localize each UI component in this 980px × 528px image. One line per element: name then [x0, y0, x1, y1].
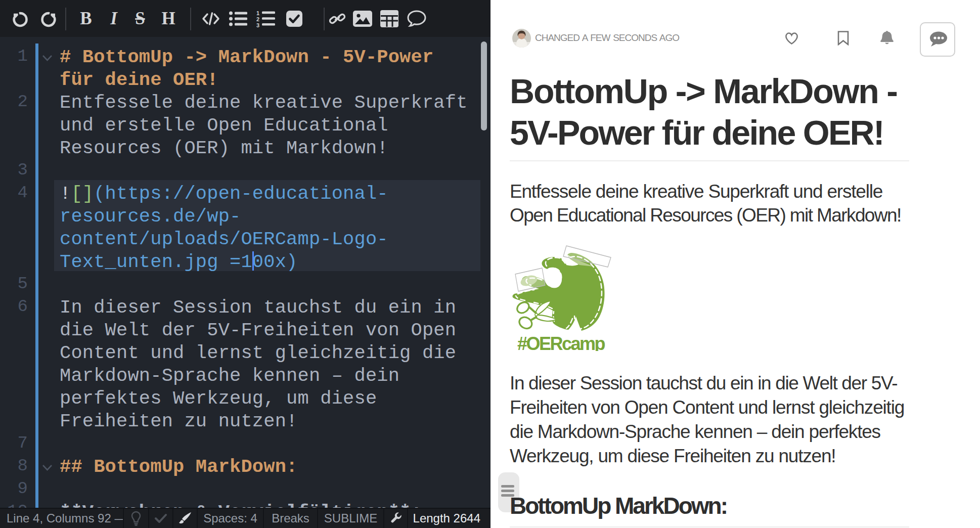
svg-text:1: 1 [256, 10, 259, 16]
svg-text:3: 3 [256, 22, 259, 27]
svg-text:#OERcamp: #OERcamp [517, 333, 605, 351]
svg-text:2: 2 [256, 16, 259, 22]
